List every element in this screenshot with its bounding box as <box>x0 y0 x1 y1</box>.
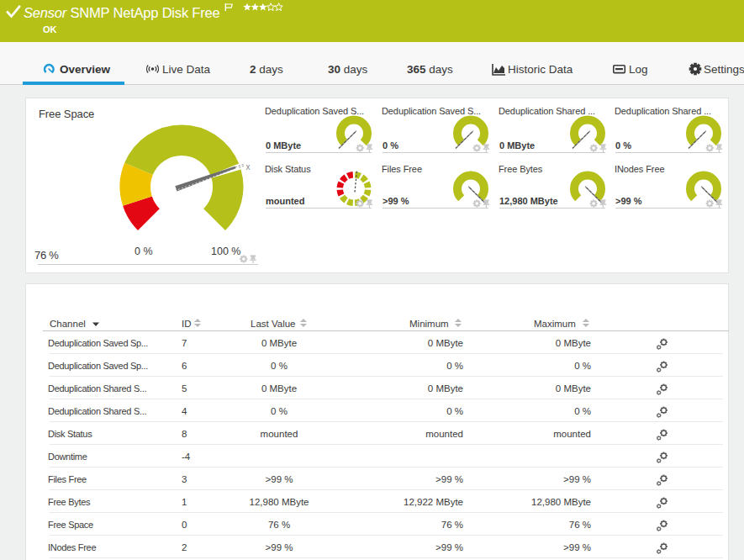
svg-text:x: x <box>246 162 251 172</box>
